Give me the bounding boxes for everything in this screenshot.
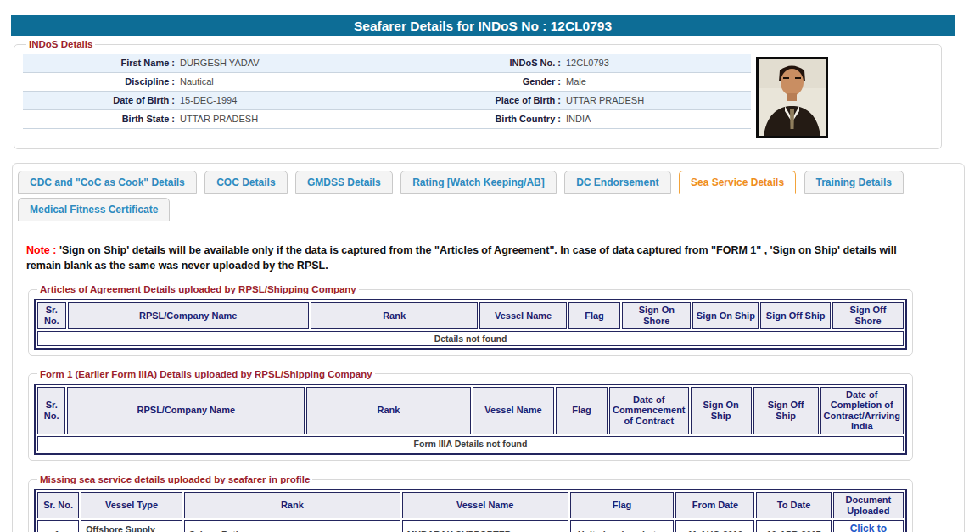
missing-sea-service-section: Missing sea service details uploaded by … (28, 474, 913, 532)
form1-table: Sr. No. RPSL/Company Name Rank Vessel Na… (34, 384, 907, 456)
cell-rank: Saloon Rating (184, 520, 400, 532)
table-header-row: Sr. No. RPSL/Company Name Rank Vessel Na… (37, 302, 904, 328)
tab-medical-fitness-certificate[interactable]: Medical Fitness Certificate (18, 198, 170, 221)
col-date-of-commencement: Date of Commencement of Contract (609, 387, 689, 435)
table-row: Details not found (37, 331, 904, 346)
cell-from-date: 11-AUG-2016 (675, 520, 754, 532)
page-title-bar: Seafarer Details for INDoS No : 12CL0793 (11, 15, 955, 36)
field-value-place-of-birth: UTTAR PRADESH (566, 92, 751, 109)
detail-row: First Name : DURGESH YADAV INDoS No. : 1… (23, 54, 751, 73)
field-label-first-name: First Name : (23, 54, 180, 72)
tab-bar-row-2: Medical Fitness Certificate (18, 198, 964, 221)
page-title: Seafarer Details for INDoS No : 12CL0793 (354, 19, 612, 33)
col-vessel-name: Vessel Name (479, 302, 566, 328)
tab-coc-details[interactable]: COC Details (204, 171, 287, 194)
col-flag: Flag (570, 492, 675, 518)
field-value-date-of-birth: 15-DEC-1994 (180, 92, 434, 109)
table-header-row: Sr. No. Vessel Type Rank Vessel Name Fla… (37, 492, 904, 518)
empty-message: Details not found (37, 331, 904, 346)
col-rank: Rank (311, 302, 479, 328)
col-sign-on-ship: Sign On Ship (691, 387, 752, 435)
col-vessel-type: Vessel Type (81, 492, 182, 518)
field-label-indos-no: INDoS No. : (434, 54, 566, 72)
field-label-discipline: Discipline : (23, 73, 180, 91)
indos-details-table: First Name : DURGESH YADAV INDoS No. : 1… (23, 54, 751, 129)
col-rpsl-company-name: RPSL/Company Name (68, 302, 309, 328)
col-sign-on-shore: Sign On Shore (622, 302, 691, 328)
form1-section: Form 1 (Earlier Form IIIA) Details uploa… (28, 369, 913, 462)
cell-vessel-type: Offshore Supply Vessel (81, 520, 182, 532)
col-date-of-completion: Date of Completion of Contract/Arriving … (820, 387, 904, 435)
articles-of-agreement-section: Articles of Agreement Details uploaded b… (28, 284, 913, 355)
seafarer-photo (756, 57, 828, 138)
col-vessel-name: Vessel Name (473, 387, 554, 435)
field-value-indos-no: 12CL0793 (566, 54, 751, 72)
articles-of-agreement-legend: Articles of Agreement Details uploaded b… (37, 284, 359, 294)
articles-of-agreement-table: Sr. No. RPSL/Company Name Rank Vessel Na… (34, 299, 907, 349)
table-row: 1. Offshore Supply Vessel Saloon Rating … (37, 520, 904, 532)
tab-sea-service-details[interactable]: Sea Service Details (679, 171, 796, 194)
field-label-gender: Gender : (434, 73, 566, 91)
note-text: 'Sign on Ship' details will be available… (26, 244, 897, 272)
missing-sea-service-legend: Missing sea service details uploaded by … (37, 474, 312, 484)
col-sign-off-shore: Sign Off Shore (832, 302, 904, 328)
col-sign-off-ship: Sign Off Ship (760, 302, 831, 328)
field-label-date-of-birth: Date of Birth : (23, 92, 180, 109)
field-value-gender: Male (566, 73, 751, 91)
col-sr-no: Sr. No. (37, 492, 79, 518)
missing-sea-service-table: Sr. No. Vessel Type Rank Vessel Name Fla… (34, 489, 907, 532)
sea-service-panel: CDC and "CoC as Cook" Details COC Detail… (12, 163, 965, 532)
col-from-date: From Date (675, 492, 754, 518)
indos-details-legend: INDoS Details (26, 39, 95, 49)
click-to-view-link[interactable]: Click to View (838, 523, 899, 532)
col-rank: Rank (306, 387, 471, 435)
cell-flag: United arab emirates (570, 520, 675, 532)
tab-cdc-coc-as-cook-details[interactable]: CDC and "CoC as Cook" Details (18, 171, 197, 194)
cell-to-date: 10-APR-2017 (756, 520, 831, 532)
col-rpsl-company-name: RPSL/Company Name (67, 387, 305, 435)
table-row: Form IIIA Details not found (37, 436, 904, 451)
field-value-first-name: DURGESH YADAV (180, 54, 434, 72)
indos-details-section: INDoS Details First Name : DURGESH YADAV… (14, 39, 942, 149)
col-sr-no: Sr. No. (37, 387, 65, 435)
detail-row: Discipline : Nautical Gender : Male (23, 73, 751, 92)
col-sign-off-ship: Sign Off Ship (753, 387, 819, 435)
col-sign-on-ship: Sign On Ship (692, 302, 759, 328)
note: Note : 'Sign on Ship' details will be av… (26, 243, 930, 273)
detail-row: Birth State : UTTAR PRADESH Birth Countr… (23, 110, 751, 129)
table-header-row: Sr. No. RPSL/Company Name Rank Vessel Na… (37, 387, 904, 435)
field-value-birth-state: UTTAR PRADESH (180, 110, 434, 128)
cell-vessel-name: MUBARAK SUPPORTER (402, 520, 568, 532)
field-label-birth-country: Birth Country : (434, 110, 566, 128)
tab-rating-watch-keeping-ab[interactable]: Rating [Watch Keeping/AB] (400, 171, 557, 194)
col-flag: Flag (556, 387, 608, 435)
note-label: Note : (26, 244, 56, 256)
detail-row: Date of Birth : 15-DEC-1994 Place of Bir… (23, 92, 751, 110)
col-sr-no: Sr. No. (37, 302, 66, 328)
seafarer-photo-image (759, 59, 826, 136)
tab-dc-endorsement[interactable]: DC Endorsement (564, 171, 670, 194)
tab-training-details[interactable]: Training Details (804, 171, 904, 194)
page: Seafarer Details for INDoS No : 12CL0793… (0, 0, 980, 532)
field-label-place-of-birth: Place of Birth : (434, 92, 566, 109)
col-to-date: To Date (756, 492, 831, 518)
field-value-discipline: Nautical (180, 73, 434, 91)
cell-document-uploaded: Click to View (833, 520, 904, 532)
field-label-birth-state: Birth State : (23, 110, 180, 128)
field-value-birth-country: INDIA (566, 110, 751, 128)
col-vessel-name: Vessel Name (402, 492, 568, 518)
col-document-uploaded: Document Uploaded (833, 492, 904, 518)
form1-legend: Form 1 (Earlier Form IIIA) Details uploa… (37, 369, 375, 379)
col-flag: Flag (568, 302, 621, 328)
tab-bar-row-1: CDC and "CoC as Cook" Details COC Detail… (18, 171, 964, 194)
cell-sr-no: 1. (37, 520, 79, 532)
empty-message: Form IIIA Details not found (37, 436, 904, 451)
tab-gmdss-details[interactable]: GMDSS Details (295, 171, 393, 194)
col-rank: Rank (184, 492, 400, 518)
